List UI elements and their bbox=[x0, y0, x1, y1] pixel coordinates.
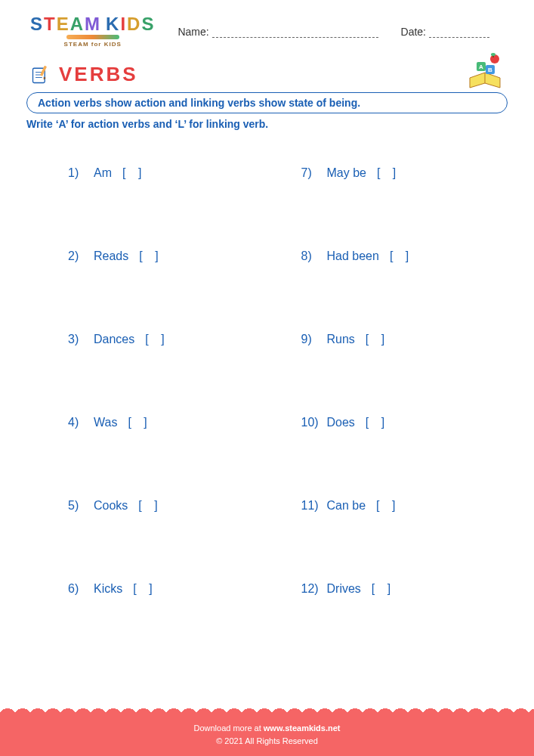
logo-main-text: STEAM KIDS bbox=[30, 15, 155, 33]
answer-bracket[interactable]: [ ] bbox=[145, 333, 168, 346]
question-item: 9) Runs [ ] bbox=[301, 319, 505, 402]
question-item: 4) Was [ ] bbox=[68, 402, 271, 485]
footer-url: www.steamkids.net bbox=[264, 723, 341, 733]
svg-point-8 bbox=[491, 53, 495, 56]
question-item: 6) Kicks [ ] bbox=[68, 569, 271, 652]
instruction-box-text: Action verbs show action and linking ver… bbox=[38, 97, 360, 109]
logo-subtext: STEAM for KIDS bbox=[64, 41, 122, 48]
logo-underline-icon bbox=[66, 35, 119, 39]
question-number: 12) bbox=[301, 582, 321, 596]
footer: Download more at www.steamkids.net © 202… bbox=[0, 704, 534, 756]
question-number: 6) bbox=[68, 582, 88, 596]
question-item: 7) May be [ ] bbox=[301, 153, 505, 236]
answer-bracket[interactable]: [ ] bbox=[366, 416, 389, 429]
question-item: 11) Can be [ ] bbox=[301, 485, 505, 569]
question-word: Had been bbox=[327, 249, 379, 263]
date-label: Date: bbox=[401, 26, 426, 38]
question-item: 3) Dances [ ] bbox=[68, 319, 271, 402]
footer-bar: Download more at www.steamkids.net © 202… bbox=[0, 717, 534, 756]
answer-bracket[interactable]: [ ] bbox=[122, 166, 146, 180]
svg-text:A: A bbox=[479, 64, 483, 70]
question-item: 10) Does [ ] bbox=[301, 402, 505, 485]
logo: STEAM KIDS STEAM for KIDS bbox=[30, 15, 155, 48]
question-number: 3) bbox=[68, 333, 88, 346]
answer-bracket[interactable]: [ ] bbox=[138, 499, 162, 513]
footer-copyright: © 2021 All Rights Reserved bbox=[0, 735, 534, 748]
answer-bracket[interactable]: [ ] bbox=[377, 166, 400, 180]
question-number: 1) bbox=[68, 166, 88, 180]
question-word: May be bbox=[327, 166, 366, 180]
questions-grid: 1) Am [ ] 7) May be [ ] 2) Reads [ ] 8) … bbox=[0, 145, 534, 652]
question-number: 10) bbox=[301, 416, 321, 429]
pencil-paper-icon bbox=[30, 64, 51, 85]
question-item: 1) Am [ ] bbox=[68, 153, 271, 236]
answer-bracket[interactable]: [ ] bbox=[366, 333, 389, 346]
question-item: 12) Drives [ ] bbox=[301, 569, 505, 652]
question-item: 8) Had been [ ] bbox=[301, 236, 505, 319]
question-item: 2) Reads [ ] bbox=[68, 236, 271, 319]
worksheet-title: VERBS bbox=[59, 63, 138, 86]
question-word: Does bbox=[327, 416, 355, 429]
answer-bracket[interactable]: [ ] bbox=[390, 249, 413, 263]
svg-text:B: B bbox=[488, 67, 492, 73]
question-number: 2) bbox=[68, 249, 88, 263]
date-input-line[interactable] bbox=[429, 27, 489, 38]
answer-bracket[interactable]: [ ] bbox=[376, 499, 400, 513]
footer-scallop-icon bbox=[0, 704, 534, 717]
question-word: Reads bbox=[94, 249, 128, 263]
instruction-line: Write ‘A’ for action verbs and ‘L’ for l… bbox=[26, 118, 508, 130]
question-number: 4) bbox=[68, 416, 88, 429]
question-word: Cooks bbox=[94, 499, 128, 513]
question-word: Dances bbox=[94, 333, 134, 346]
question-number: 11) bbox=[301, 499, 321, 513]
question-word: Was bbox=[94, 416, 117, 429]
answer-bracket[interactable]: [ ] bbox=[372, 582, 395, 596]
question-word: Can be bbox=[327, 499, 366, 513]
question-word: Drives bbox=[327, 582, 361, 596]
question-number: 8) bbox=[301, 249, 321, 263]
answer-bracket[interactable]: [ ] bbox=[128, 416, 151, 429]
question-number: 9) bbox=[301, 333, 321, 346]
header-row: STEAM KIDS STEAM for KIDS Name: Date: bbox=[0, 0, 534, 55]
question-number: 7) bbox=[301, 166, 321, 180]
name-input-line[interactable] bbox=[212, 27, 378, 38]
question-word: Am bbox=[94, 166, 112, 180]
question-word: Runs bbox=[327, 333, 355, 346]
question-number: 5) bbox=[68, 499, 88, 513]
book-abc-icon: A B bbox=[466, 51, 504, 89]
instruction-box: Action verbs show action and linking ver… bbox=[26, 92, 508, 113]
name-date-fields: Name: Date: bbox=[177, 26, 504, 38]
svg-point-6 bbox=[490, 54, 499, 64]
answer-bracket[interactable]: [ ] bbox=[139, 249, 162, 263]
name-label: Name: bbox=[177, 26, 208, 38]
footer-download-text: Download more at bbox=[193, 723, 263, 733]
question-item: 5) Cooks [ ] bbox=[68, 485, 271, 569]
footer-line1: Download more at www.steamkids.net bbox=[0, 722, 534, 736]
name-field: Name: bbox=[177, 26, 378, 38]
date-field: Date: bbox=[401, 26, 489, 38]
answer-bracket[interactable]: [ ] bbox=[133, 582, 156, 596]
question-word: Kicks bbox=[94, 582, 122, 596]
title-row: VERBS A B bbox=[0, 55, 534, 92]
